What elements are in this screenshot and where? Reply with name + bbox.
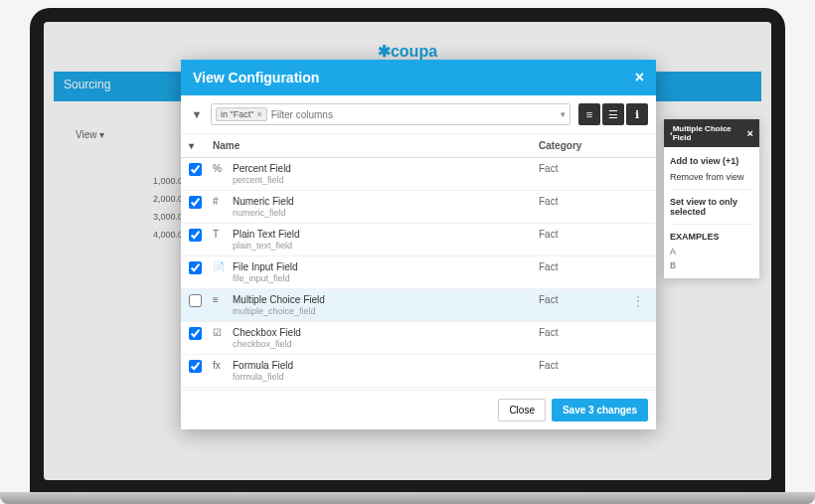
- filter-text-input[interactable]: [271, 109, 561, 120]
- example-item: B: [670, 258, 753, 272]
- table-row[interactable]: fxFormula Fieldformula_fieldFact: [181, 355, 656, 388]
- save-button[interactable]: Save 3 changes: [552, 399, 648, 421]
- field-slug: percent_field: [233, 175, 291, 185]
- column-category[interactable]: Category: [539, 140, 628, 151]
- field-label: Multiple Choice Field: [233, 294, 325, 305]
- field-type-icon: #: [213, 196, 227, 218]
- field-category: Fact: [539, 196, 628, 207]
- laptop-base: [0, 492, 815, 504]
- filter-tag[interactable]: in "Fact"×: [216, 107, 267, 121]
- field-type-icon: ☑: [213, 327, 227, 349]
- table-row[interactable]: TPlain Text Fieldplain_text_fieldFact: [181, 224, 656, 256]
- field-slug: formula_field: [233, 372, 293, 382]
- view-grid-button[interactable]: ☰: [602, 103, 624, 125]
- view-list-button[interactable]: ≡: [578, 103, 600, 125]
- close-button[interactable]: Close: [498, 399, 546, 421]
- row-actions-icon[interactable]: ⋮: [628, 294, 648, 308]
- field-slug: plain_text_field: [233, 241, 300, 251]
- table-row[interactable]: #Numeric Fieldnumeric_fieldFact: [181, 191, 656, 224]
- panel-header: ‹ Multiple Choice Field ×: [664, 119, 759, 147]
- field-category: Fact: [539, 163, 628, 174]
- example-item: A: [670, 245, 753, 258]
- remove-from-view-action[interactable]: Remove from view: [670, 169, 753, 185]
- field-category: Fact: [539, 294, 628, 305]
- table-row[interactable]: 📄File Input Fieldfile_input_fieldFact: [181, 256, 656, 289]
- field-label: Plain Text Field: [233, 229, 300, 240]
- field-slug: multiple_choice_field: [233, 306, 325, 316]
- field-label: Percent Field: [233, 163, 291, 174]
- panel-title: Multiple Choice Field: [673, 124, 747, 142]
- modal-title: View Configuration: [193, 70, 319, 85]
- field-label: File Input Field: [233, 261, 298, 272]
- field-category: Fact: [539, 261, 628, 272]
- row-checkbox[interactable]: [189, 261, 202, 274]
- close-icon[interactable]: ×: [635, 69, 644, 86]
- table-header: ▾ Name Category: [181, 134, 656, 158]
- field-label: Numeric Field: [233, 196, 294, 207]
- filter-icon[interactable]: ▼: [189, 106, 205, 122]
- field-label: Checkbox Field: [233, 327, 301, 338]
- row-checkbox[interactable]: [189, 196, 202, 209]
- table-body: %Percent Fieldpercent_fieldFact#Numeric …: [181, 158, 656, 390]
- field-slug: file_input_field: [233, 273, 298, 283]
- column-name[interactable]: Name: [213, 140, 539, 151]
- view-info-button[interactable]: ℹ: [626, 103, 648, 125]
- row-checkbox[interactable]: [189, 229, 202, 242]
- row-checkbox[interactable]: [189, 294, 202, 307]
- column-check: ▾: [189, 140, 213, 151]
- view-configuration-modal: View Configuration × ▼ in "Fact"× ▾ ≡ ☰ …: [181, 60, 656, 429]
- add-to-view-action[interactable]: Add to view (+1): [670, 153, 753, 169]
- row-checkbox[interactable]: [189, 327, 202, 340]
- table-row[interactable]: %Percent Fieldpercent_fieldFact: [181, 158, 656, 191]
- examples-label: EXAMPLES: [670, 229, 753, 245]
- field-type-icon: 📄: [213, 261, 227, 283]
- field-slug: numeric_field: [233, 208, 294, 218]
- field-category: Fact: [539, 327, 628, 338]
- field-type-icon: %: [213, 163, 227, 185]
- toolbar: ▼ in "Fact"× ▾ ≡ ☰ ℹ: [181, 95, 656, 134]
- panel-close-icon[interactable]: ×: [747, 127, 753, 139]
- field-type-icon: T: [213, 229, 227, 251]
- table-row[interactable]: ≡Multiple Choice Fieldmultiple_choice_fi…: [181, 289, 656, 322]
- filter-tag-remove-icon[interactable]: ×: [256, 109, 261, 119]
- field-category: Fact: [539, 360, 628, 371]
- field-category: Fact: [539, 229, 628, 240]
- chevron-down-icon[interactable]: ▾: [189, 140, 194, 151]
- field-label: Formula Field: [233, 360, 293, 371]
- filter-columns-input[interactable]: in "Fact"× ▾: [211, 103, 570, 125]
- modal-footer: Close Save 3 changes: [181, 390, 656, 429]
- modal-header: View Configuration ×: [181, 60, 656, 95]
- field-type-icon: ≡: [213, 294, 227, 316]
- dropdown-caret-icon[interactable]: ▾: [561, 109, 566, 119]
- set-view-only-selected-action[interactable]: Set view to only selected: [670, 194, 753, 220]
- context-panel: ‹ Multiple Choice Field × Add to view (+…: [664, 119, 759, 278]
- field-type-icon: fx: [213, 360, 227, 382]
- row-checkbox[interactable]: [189, 163, 202, 176]
- row-checkbox[interactable]: [189, 360, 202, 373]
- table-row[interactable]: ☑Checkbox Fieldcheckbox_fieldFact: [181, 322, 656, 355]
- field-slug: checkbox_field: [233, 339, 301, 349]
